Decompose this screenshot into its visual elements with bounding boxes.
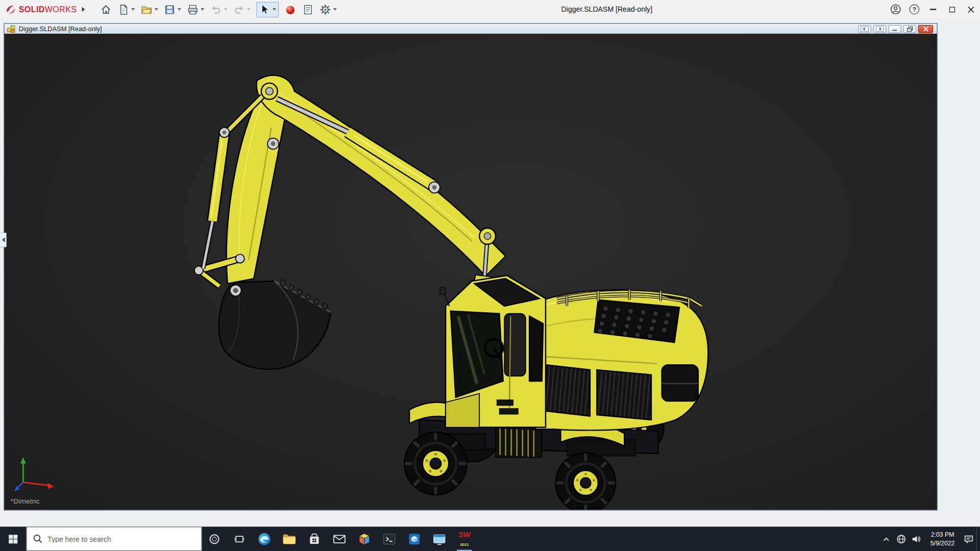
- minimize-button[interactable]: [924, 0, 943, 19]
- close-icon: [967, 6, 974, 13]
- maximize-icon: [949, 7, 954, 12]
- cortana-button[interactable]: [202, 527, 227, 551]
- home-button[interactable]: [100, 4, 112, 15]
- mail-icon: [332, 531, 347, 546]
- windows-logo-icon: [8, 534, 18, 544]
- dropdown-arrow-icon[interactable]: [201, 8, 204, 11]
- taskbar: SW 2021: [0, 527, 980, 551]
- undo-button[interactable]: [210, 4, 227, 15]
- select-tool-button[interactable]: [256, 2, 279, 17]
- action-center-icon: [964, 534, 974, 544]
- app-window-icon: [432, 531, 447, 546]
- dropdown-arrow-icon[interactable]: [154, 8, 158, 11]
- maximize-button[interactable]: [943, 0, 962, 19]
- split-view-icon: [861, 26, 869, 32]
- document-window-controls: [858, 24, 934, 33]
- open-button[interactable]: [140, 4, 158, 15]
- app-titlebar: SOLIDWORKS: [0, 0, 980, 19]
- view-orientation-label: *Dimetric: [11, 497, 40, 505]
- command-prompt-button[interactable]: [377, 527, 402, 551]
- new-document-button[interactable]: [117, 4, 135, 15]
- solidworks-brand[interactable]: SOLIDWORKS: [5, 4, 77, 15]
- home-icon: [100, 4, 112, 15]
- chevron-up-icon: [882, 535, 891, 543]
- dropdown-arrow-icon[interactable]: [333, 8, 336, 11]
- doc-close-button[interactable]: [918, 24, 933, 33]
- dropdown-arrow-icon[interactable]: [178, 8, 181, 11]
- file-explorer-icon: [282, 531, 297, 546]
- taskbar-search[interactable]: [26, 527, 202, 551]
- store-icon: [307, 531, 322, 546]
- solidworks-tools-button[interactable]: [402, 527, 427, 551]
- hidden-icons-button[interactable]: [879, 527, 894, 551]
- close-button[interactable]: [961, 0, 980, 19]
- appearances-button[interactable]: [284, 4, 296, 15]
- print-button[interactable]: [187, 4, 204, 15]
- excavator-body[interactable]: [535, 290, 708, 430]
- graphics-viewport[interactable]: *Dimetric: [5, 34, 937, 510]
- featuremanager-expand-tab[interactable]: [0, 233, 7, 247]
- solidworks-2021-button[interactable]: SW 2021: [452, 527, 477, 551]
- show-desktop-button[interactable]: [976, 527, 980, 551]
- doc-close-icon: [923, 26, 928, 32]
- action-center-button[interactable]: [961, 527, 976, 551]
- undo-icon: [210, 4, 222, 15]
- 3d-viewer-button[interactable]: [352, 527, 377, 551]
- tile-view-button[interactable]: [873, 24, 887, 33]
- brand-solid: SOLID: [19, 5, 45, 14]
- options-button[interactable]: [320, 4, 337, 15]
- search-input[interactable]: [47, 535, 176, 543]
- document-titlebar[interactable]: Digger.SLDASM [Read-only]: [5, 24, 937, 34]
- file-explorer-button[interactable]: [277, 527, 302, 551]
- dropdown-arrow-icon[interactable]: [247, 8, 251, 11]
- help-icon: ?: [910, 5, 920, 15]
- 3d-cube-icon: [357, 531, 372, 546]
- wheel-front-right[interactable]: [556, 453, 616, 510]
- document-window: Digger.SLDASM [Read-only]: [4, 23, 937, 510]
- volume-button[interactable]: [909, 527, 923, 551]
- dropdown-arrow-icon[interactable]: [273, 8, 276, 11]
- doc-minimize-button[interactable]: [888, 24, 901, 33]
- file-properties-button[interactable]: [302, 4, 313, 15]
- sw-letters: SW: [458, 531, 471, 539]
- triad-z-axis: [14, 482, 23, 491]
- split-view-button[interactable]: [858, 24, 871, 33]
- dropdown-arrow-icon[interactable]: [131, 8, 135, 11]
- brand-works: WORKS: [45, 5, 77, 14]
- main-toolbar: [100, 2, 337, 17]
- save-button[interactable]: [164, 4, 181, 15]
- mail-button[interactable]: [327, 527, 352, 551]
- search-icon: [33, 534, 42, 543]
- start-button[interactable]: [0, 527, 26, 551]
- edge-icon: [257, 531, 272, 546]
- speaker-icon: [911, 534, 921, 544]
- select-cursor-icon: [259, 4, 271, 15]
- help-button[interactable]: ?: [905, 0, 924, 19]
- assembly-document-icon: [7, 24, 15, 33]
- gear-icon: [320, 4, 331, 15]
- microsoft-store-button[interactable]: [302, 527, 327, 551]
- doc-restore-button[interactable]: [903, 24, 916, 33]
- menu-expand-icon[interactable]: [82, 7, 85, 12]
- system-tray: 2:03 PM 5/9/2022: [879, 527, 980, 551]
- triad-x-axis: [23, 482, 54, 489]
- task-view-button[interactable]: [227, 527, 252, 551]
- user-account-icon: [890, 4, 901, 15]
- minimize-icon: [930, 9, 936, 10]
- clock[interactable]: 2:03 PM 5/9/2022: [924, 527, 961, 551]
- dropdown-arrow-icon[interactable]: [224, 8, 227, 11]
- solidworks-logo-icon: [5, 4, 16, 15]
- network-button[interactable]: [894, 527, 909, 551]
- redo-button[interactable]: [233, 4, 251, 15]
- remote-window-button[interactable]: [427, 527, 452, 551]
- account-button[interactable]: [886, 0, 905, 19]
- app-window-title: Digger.SLDASM [Read-only]: [561, 6, 652, 13]
- triad-y-axis: [20, 457, 26, 482]
- edge-button[interactable]: [252, 527, 277, 551]
- excavator-model[interactable]: [5, 34, 937, 510]
- wheel-front-left[interactable]: [404, 432, 467, 494]
- clock-time: 2:03 PM: [930, 531, 955, 539]
- task-view-icon: [234, 534, 244, 544]
- doc-restore-icon: [906, 26, 913, 32]
- print-icon: [187, 4, 199, 15]
